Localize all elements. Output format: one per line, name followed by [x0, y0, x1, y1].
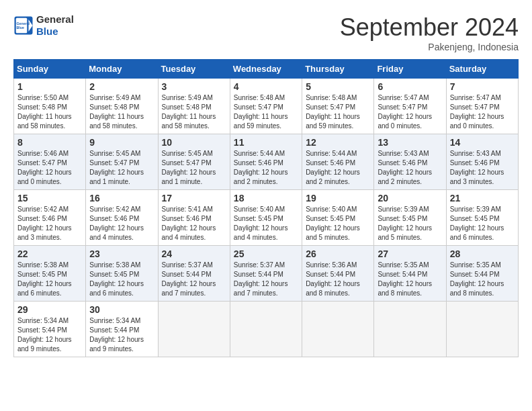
- day-info: Sunrise: 5:36 AMSunset: 5:44 PMDaylight:…: [306, 261, 370, 298]
- day-number: 17: [162, 193, 226, 203]
- table-row: [158, 302, 230, 357]
- day-info: Sunrise: 5:34 AMSunset: 5:44 PMDaylight:…: [89, 316, 154, 354]
- header-row: Sunday Monday Tuesday Wednesday Thursday…: [14, 60, 519, 79]
- day-info: Sunrise: 5:38 AMSunset: 5:45 PMDaylight:…: [17, 261, 82, 298]
- table-row: 9 Sunrise: 5:45 AMSunset: 5:47 PMDayligh…: [86, 134, 158, 190]
- day-info: Sunrise: 5:44 AMSunset: 5:46 PMDaylight:…: [306, 149, 370, 187]
- day-number: 8: [17, 137, 82, 148]
- table-row: 27 Sunrise: 5:35 AMSunset: 5:44 PMDaylig…: [374, 246, 446, 302]
- day-info: Sunrise: 5:43 AMSunset: 5:46 PMDaylight:…: [378, 149, 442, 187]
- day-info: Sunrise: 5:44 AMSunset: 5:46 PMDaylight:…: [234, 149, 298, 187]
- table-row: 3 Sunrise: 5:49 AMSunset: 5:48 PMDayligh…: [158, 79, 230, 134]
- day-number: 27: [378, 248, 442, 259]
- day-info: Sunrise: 5:43 AMSunset: 5:46 PMDaylight:…: [450, 149, 515, 187]
- month-title: September 2024: [340, 13, 519, 42]
- day-info: Sunrise: 5:50 AMSunset: 5:48 PMDaylight:…: [17, 93, 82, 131]
- table-row: 14 Sunrise: 5:43 AMSunset: 5:46 PMDaylig…: [446, 134, 518, 190]
- col-friday: Friday: [374, 60, 446, 79]
- table-row: 18 Sunrise: 5:40 AMSunset: 5:45 PMDaylig…: [230, 190, 302, 246]
- day-info: Sunrise: 5:35 AMSunset: 5:44 PMDaylight:…: [378, 261, 442, 298]
- logo: General Blue General Blue: [13, 13, 74, 38]
- day-number: 10: [162, 137, 226, 148]
- day-number: 4: [234, 81, 298, 92]
- table-row: 8 Sunrise: 5:46 AMSunset: 5:47 PMDayligh…: [14, 134, 86, 190]
- day-info: Sunrise: 5:37 AMSunset: 5:44 PMDaylight:…: [234, 261, 298, 298]
- day-number: 12: [306, 137, 370, 148]
- day-number: 29: [17, 304, 82, 315]
- calendar-table: Sunday Monday Tuesday Wednesday Thursday…: [13, 59, 519, 357]
- day-info: Sunrise: 5:49 AMSunset: 5:48 PMDaylight:…: [89, 93, 154, 131]
- day-number: 25: [234, 248, 298, 259]
- col-saturday: Saturday: [446, 60, 518, 79]
- day-info: Sunrise: 5:38 AMSunset: 5:45 PMDaylight:…: [89, 261, 154, 298]
- calendar-week-row: 8 Sunrise: 5:46 AMSunset: 5:47 PMDayligh…: [14, 134, 519, 190]
- table-row: 15 Sunrise: 5:42 AMSunset: 5:46 PMDaylig…: [14, 190, 86, 246]
- day-number: 28: [450, 248, 515, 259]
- calendar-week-row: 15 Sunrise: 5:42 AMSunset: 5:46 PMDaylig…: [14, 190, 519, 246]
- day-number: 2: [89, 81, 154, 92]
- day-info: Sunrise: 5:37 AMSunset: 5:44 PMDaylight:…: [162, 261, 226, 298]
- day-info: Sunrise: 5:41 AMSunset: 5:46 PMDaylight:…: [162, 205, 226, 242]
- table-row: 23 Sunrise: 5:38 AMSunset: 5:45 PMDaylig…: [86, 246, 158, 302]
- table-row: [302, 302, 374, 357]
- table-row: [374, 302, 446, 357]
- table-row: 25 Sunrise: 5:37 AMSunset: 5:44 PMDaylig…: [230, 246, 302, 302]
- svg-text:Blue: Blue: [17, 26, 24, 30]
- day-number: 13: [378, 137, 442, 148]
- day-number: 18: [234, 193, 298, 203]
- table-row: 29 Sunrise: 5:34 AMSunset: 5:44 PMDaylig…: [14, 302, 86, 357]
- calendar-week-row: 29 Sunrise: 5:34 AMSunset: 5:44 PMDaylig…: [14, 302, 519, 357]
- table-row: 7 Sunrise: 5:47 AMSunset: 5:47 PMDayligh…: [446, 79, 518, 134]
- day-info: Sunrise: 5:35 AMSunset: 5:44 PMDaylight:…: [450, 261, 515, 298]
- table-row: [230, 302, 302, 357]
- day-number: 15: [17, 193, 82, 203]
- table-row: 11 Sunrise: 5:44 AMSunset: 5:46 PMDaylig…: [230, 134, 302, 190]
- day-info: Sunrise: 5:47 AMSunset: 5:47 PMDaylight:…: [450, 93, 515, 131]
- table-row: 30 Sunrise: 5:34 AMSunset: 5:44 PMDaylig…: [86, 302, 158, 357]
- day-info: Sunrise: 5:40 AMSunset: 5:45 PMDaylight:…: [306, 205, 370, 242]
- table-row: 10 Sunrise: 5:45 AMSunset: 5:47 PMDaylig…: [158, 134, 230, 190]
- day-info: Sunrise: 5:47 AMSunset: 5:47 PMDaylight:…: [378, 93, 442, 131]
- col-tuesday: Tuesday: [158, 60, 230, 79]
- day-info: Sunrise: 5:39 AMSunset: 5:45 PMDaylight:…: [450, 205, 515, 242]
- day-info: Sunrise: 5:40 AMSunset: 5:45 PMDaylight:…: [234, 205, 298, 242]
- logo-icon: General Blue: [13, 15, 34, 36]
- table-row: 21 Sunrise: 5:39 AMSunset: 5:45 PMDaylig…: [446, 190, 518, 246]
- table-row: 4 Sunrise: 5:48 AMSunset: 5:47 PMDayligh…: [230, 79, 302, 134]
- day-number: 1: [17, 81, 82, 92]
- day-info: Sunrise: 5:48 AMSunset: 5:47 PMDaylight:…: [306, 93, 370, 131]
- day-number: 16: [89, 193, 154, 203]
- day-info: Sunrise: 5:42 AMSunset: 5:46 PMDaylight:…: [17, 205, 82, 242]
- day-number: 20: [378, 193, 442, 203]
- day-number: 6: [378, 81, 442, 92]
- table-row: 13 Sunrise: 5:43 AMSunset: 5:46 PMDaylig…: [374, 134, 446, 190]
- table-row: 28 Sunrise: 5:35 AMSunset: 5:44 PMDaylig…: [446, 246, 518, 302]
- day-number: 9: [89, 137, 154, 148]
- col-wednesday: Wednesday: [230, 60, 302, 79]
- day-info: Sunrise: 5:46 AMSunset: 5:47 PMDaylight:…: [17, 149, 82, 187]
- day-number: 23: [89, 248, 154, 259]
- day-info: Sunrise: 5:34 AMSunset: 5:44 PMDaylight:…: [17, 316, 82, 354]
- table-row: 19 Sunrise: 5:40 AMSunset: 5:45 PMDaylig…: [302, 190, 374, 246]
- table-row: 26 Sunrise: 5:36 AMSunset: 5:44 PMDaylig…: [302, 246, 374, 302]
- table-row: 22 Sunrise: 5:38 AMSunset: 5:45 PMDaylig…: [14, 246, 86, 302]
- day-number: 11: [234, 137, 298, 148]
- day-number: 7: [450, 81, 515, 92]
- table-row: [446, 302, 518, 357]
- table-row: 1 Sunrise: 5:50 AMSunset: 5:48 PMDayligh…: [14, 79, 86, 134]
- table-row: 20 Sunrise: 5:39 AMSunset: 5:45 PMDaylig…: [374, 190, 446, 246]
- svg-text:General: General: [17, 21, 30, 26]
- table-row: 12 Sunrise: 5:44 AMSunset: 5:46 PMDaylig…: [302, 134, 374, 190]
- day-number: 24: [162, 248, 226, 259]
- day-number: 26: [306, 248, 370, 259]
- day-number: 14: [450, 137, 515, 148]
- day-number: 5: [306, 81, 370, 92]
- col-sunday: Sunday: [14, 60, 86, 79]
- day-number: 30: [89, 304, 154, 315]
- page-header: General Blue General Blue September 2024…: [13, 13, 519, 52]
- calendar-week-row: 1 Sunrise: 5:50 AMSunset: 5:48 PMDayligh…: [14, 79, 519, 134]
- day-number: 3: [162, 81, 226, 92]
- day-info: Sunrise: 5:48 AMSunset: 5:47 PMDaylight:…: [234, 93, 298, 131]
- day-info: Sunrise: 5:45 AMSunset: 5:47 PMDaylight:…: [89, 149, 154, 187]
- col-monday: Monday: [86, 60, 158, 79]
